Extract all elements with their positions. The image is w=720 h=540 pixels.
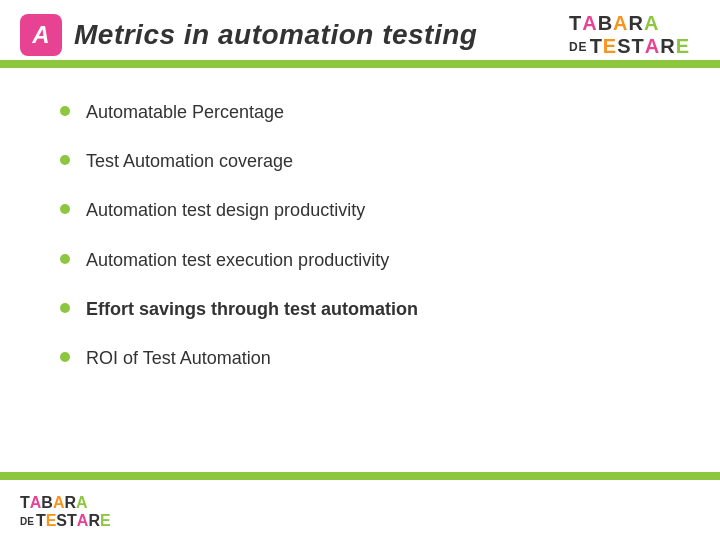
bottom-logo-mark: T A B A R A DE T E S T A R E xyxy=(20,494,111,530)
bottom-left-logo: T A B A R A DE T E S T A R E xyxy=(20,494,111,530)
bullet-text: Automation test execution productivity xyxy=(86,248,389,273)
bottom-logo-row-1: T A B A R A xyxy=(20,494,111,512)
bl-a2: A xyxy=(53,494,65,512)
bullet-dot xyxy=(60,204,70,214)
bottom-accent-bar xyxy=(0,472,720,480)
logo-letter-t2: T xyxy=(590,35,603,58)
bullet-dot xyxy=(60,155,70,165)
list-item: Automatable Percentage xyxy=(60,100,660,125)
bl-r1: R xyxy=(64,494,76,512)
top-accent-bar xyxy=(0,60,720,68)
logo-letter-a1: A xyxy=(582,12,597,35)
bullet-text: Test Automation coverage xyxy=(86,149,293,174)
bullet-text: Automatable Percentage xyxy=(86,100,284,125)
logo-letter-de: DE xyxy=(569,40,588,54)
bl-t2: T xyxy=(36,512,46,530)
list-item: Automation test execution productivity xyxy=(60,248,660,273)
list-item: Automation test design productivity xyxy=(60,198,660,223)
bl-s: S xyxy=(56,512,67,530)
bl-e2: E xyxy=(100,512,111,530)
list-item: ROI of Test Automation xyxy=(60,346,660,371)
logo-letter-r2: R xyxy=(660,35,675,58)
bl-a1: A xyxy=(30,494,42,512)
bullet-text: ROI of Test Automation xyxy=(86,346,271,371)
bullet-dot xyxy=(60,254,70,264)
bl-de: DE xyxy=(20,516,34,527)
bl-a4: A xyxy=(77,512,89,530)
logo-row-2: DE T E S T A R E xyxy=(569,35,690,58)
bullet-dot xyxy=(60,352,70,362)
list-item: Test Automation coverage xyxy=(60,149,660,174)
bottom-logo-row-2: DE T E S T A R E xyxy=(20,512,111,530)
logo-mark: T A B A R A DE T E S T A R E xyxy=(569,12,690,58)
top-right-logo: T A B A R A DE T E S T A R E xyxy=(569,12,690,58)
bullet-dot xyxy=(60,106,70,116)
bullet-text: Effort savings through test automation xyxy=(86,297,418,322)
logo-letter-a4: A xyxy=(645,35,660,58)
bl-t3: T xyxy=(67,512,77,530)
bl-e1: E xyxy=(46,512,57,530)
bullet-text: Automation test design productivity xyxy=(86,198,365,223)
bullet-dot xyxy=(60,303,70,313)
bl-t1: T xyxy=(20,494,30,512)
bl-a3: A xyxy=(76,494,88,512)
logo-letter-s: S xyxy=(617,35,631,58)
logo-letter-a3: A xyxy=(644,12,659,35)
page-title: Metrics in automation testing xyxy=(74,19,477,51)
logo-letter-e1: E xyxy=(603,35,617,58)
logo-letter-r1: R xyxy=(629,12,644,35)
bullet-list: Automatable Percentage Test Automation c… xyxy=(60,100,660,371)
logo-letter-b: B xyxy=(598,12,613,35)
header: A Metrics in automation testing T A B A … xyxy=(0,0,720,60)
bl-r2: R xyxy=(88,512,100,530)
logo-row-1: T A B A R A xyxy=(569,12,659,35)
list-item: Effort savings through test automation xyxy=(60,297,660,322)
a-icon: A xyxy=(20,14,62,56)
logo-letter-t1: T xyxy=(569,12,582,35)
logo-letter-e2: E xyxy=(676,35,690,58)
logo-letter-a2: A xyxy=(613,12,628,35)
bl-b: B xyxy=(41,494,53,512)
main-content: Automatable Percentage Test Automation c… xyxy=(0,70,720,415)
logo-letter-t3: T xyxy=(632,35,645,58)
